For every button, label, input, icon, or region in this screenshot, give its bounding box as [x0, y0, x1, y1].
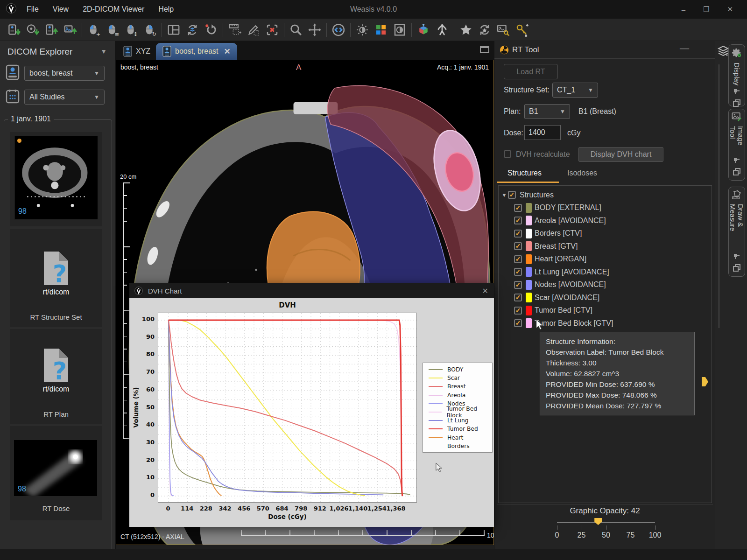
maximize-viewer-icon[interactable] [480, 46, 489, 53]
y-tick-label: 60 [133, 386, 155, 393]
invert-lut-icon[interactable] [390, 21, 409, 39]
menu-file[interactable]: File [20, 0, 46, 19]
tree-root-row[interactable]: ▼ ✓ Structures [499, 189, 712, 202]
structure-row[interactable]: ✓Areola [AVOIDANCE] [499, 214, 712, 227]
detach-window-icon[interactable] [733, 99, 740, 109]
layout-icon[interactable] [164, 21, 183, 39]
structure-checkbox[interactable]: ✓ [514, 319, 522, 327]
structure-checkbox[interactable]: ✓ [514, 281, 522, 289]
structure-checkbox[interactable]: ✓ [514, 230, 522, 238]
structure-checkbox[interactable]: ✓ [514, 242, 522, 250]
structure-row[interactable]: ✓Breast [GTV] [499, 240, 712, 253]
series-rtss-card[interactable]: ? rt/dicom RT Structure Set [10, 229, 102, 327]
explorer-collapse-icon[interactable]: ▼ [100, 48, 107, 55]
graphic-opacity-label: Graphic Opacity: 42 [494, 506, 715, 516]
instance-count: 98 [18, 485, 26, 493]
pin-icon[interactable] [733, 88, 740, 97]
plan-label: Plan: [504, 107, 521, 116]
plan-select[interactable]: B1▼ [524, 104, 570, 119]
reset-display-icon[interactable] [329, 21, 348, 39]
series-rtplan-card[interactable]: ? rt/dicom RT Plan [10, 329, 102, 424]
root-checkbox[interactable]: ✓ [508, 191, 516, 199]
structure-row[interactable]: ✓Tumor Bed Block [GTV] [499, 317, 712, 330]
opacity-slider-track[interactable] [557, 522, 655, 523]
mouse-left-actions-icon[interactable]: + [85, 21, 103, 39]
weasis-logo-icon [6, 3, 17, 16]
structure-row[interactable]: ✓Scar [AVOIDANCE] [499, 291, 712, 304]
tab-boost-breast[interactable]: boost, breast ✕ [156, 43, 237, 60]
favorites-icon[interactable] [457, 21, 475, 39]
export-dicom-icon[interactable] [42, 21, 61, 39]
zoom-icon[interactable] [287, 21, 305, 39]
structure-row[interactable]: ✓Borders [CTV] [499, 227, 712, 240]
bone-removal-icon[interactable] [433, 21, 451, 39]
y-tick-label: 30 [133, 439, 155, 446]
shortcuts-icon[interactable] [513, 21, 531, 39]
mouse-left-context-icon[interactable]: ≡ [103, 21, 122, 39]
patient-select[interactable]: boost, breast▼ [24, 66, 105, 81]
tab-structures[interactable]: Structures [507, 169, 542, 177]
delete-measurements-icon[interactable] [263, 21, 282, 39]
display-dvh-chart-button[interactable]: Display DVH chart [578, 147, 663, 162]
structure-checkbox[interactable]: ✓ [514, 217, 522, 224]
mouse-middle-actions-icon[interactable]: ↕ [122, 21, 141, 39]
detach-window-icon[interactable] [733, 168, 740, 177]
menu-view[interactable]: View [46, 0, 76, 19]
window-level-icon[interactable] [353, 21, 372, 39]
structure-row[interactable]: ✓Tumor Bed [CTV] [499, 304, 712, 317]
measurement-tools-icon[interactable] [226, 21, 244, 39]
reset-icon[interactable] [202, 21, 220, 39]
import-dicom-icon[interactable] [5, 21, 23, 39]
close-button[interactable]: ✕ [727, 5, 733, 14]
structure-row[interactable]: ✓Heart [ORGAN] [499, 253, 712, 266]
structure-checkbox[interactable]: ✓ [514, 294, 522, 301]
tab-image-tool[interactable]: Image Tool [728, 109, 745, 181]
structure-row[interactable]: ✓BODY [EXTERNAL] [499, 202, 712, 215]
structure-checkbox[interactable]: ✓ [514, 255, 522, 263]
volume-3d-icon[interactable] [414, 21, 433, 39]
menu-help[interactable]: Help [151, 0, 181, 19]
synchronize-icon[interactable] [183, 21, 202, 39]
detach-window-icon[interactable] [733, 264, 740, 273]
structure-color-swatch [526, 241, 532, 251]
series-rtdose-card[interactable]: 98 RT Dose [10, 426, 102, 520]
load-rt-button[interactable]: Load RT [504, 64, 558, 79]
mouse-right-actions-icon[interactable]: ↻ [141, 21, 159, 39]
pan-icon[interactable] [305, 21, 324, 39]
dvh-recalculate-checkbox[interactable] [504, 150, 511, 158]
maximize-button[interactable]: ❐ [703, 5, 709, 14]
lut-icon[interactable] [372, 21, 390, 39]
tab-draw-measure[interactable]: Draw & Measure [728, 187, 745, 277]
weasis-logo-icon [134, 286, 143, 295]
import-cd-icon[interactable] [23, 21, 42, 39]
structure-row[interactable]: ✓Nodes [AVOIDANCE] [499, 279, 712, 292]
series-ct-card[interactable]: 98 [10, 132, 102, 226]
pin-icon[interactable] [733, 157, 740, 165]
refresh-favorites-icon[interactable] [475, 21, 494, 39]
structure-set-select[interactable]: CT_1▼ [552, 83, 598, 98]
tree-expand-icon[interactable]: ▼ [500, 192, 508, 198]
pin-icon[interactable] [733, 253, 740, 261]
close-icon[interactable]: ✕ [482, 287, 488, 295]
dose-input[interactable]: 1400 [524, 125, 561, 140]
structure-checkbox[interactable]: ✓ [514, 307, 522, 315]
structure-label: Heart [ORGAN] [535, 255, 586, 263]
annotation-tools-icon[interactable] [244, 21, 263, 39]
study-select[interactable]: All Studies▼ [24, 90, 105, 105]
minimize-panel-icon[interactable]: — [680, 43, 689, 54]
menu-2d-dicom-viewer[interactable]: 2D-DICOM Viewer [76, 0, 151, 19]
tab-xyz[interactable]: XYZ [117, 43, 157, 60]
structure-color-swatch [526, 318, 532, 328]
dvh-window-titlebar[interactable]: DVH Chart ✕ [129, 283, 494, 298]
screenshot-icon[interactable] [494, 21, 513, 39]
close-tab-icon[interactable]: ✕ [224, 47, 231, 56]
tab-display[interactable]: Display [728, 44, 745, 106]
structure-checkbox[interactable]: ✓ [514, 268, 522, 276]
structure-row[interactable]: ✓Lt Lung [AVOIDANCE] [499, 266, 712, 279]
export-image-icon[interactable] [61, 21, 79, 39]
dvh-chart-window[interactable]: DVH Chart ✕ DVH Volume (%) Dose (cGy) 01… [129, 283, 494, 527]
structure-checkbox[interactable]: ✓ [514, 204, 522, 212]
opacity-slider-thumb[interactable] [594, 518, 602, 525]
minimize-button[interactable]: – [682, 6, 685, 14]
tab-isodoses[interactable]: Isodoses [567, 169, 597, 177]
